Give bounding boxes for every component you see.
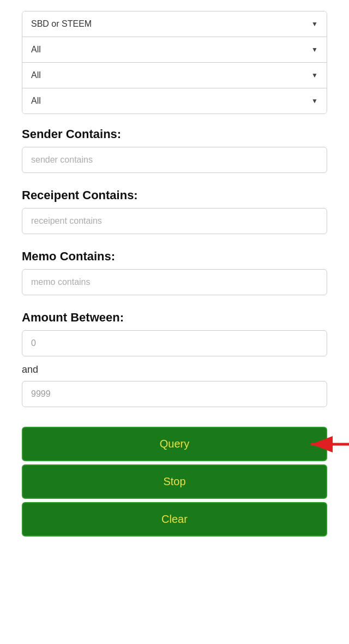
buttons-section: Query Stop Clear <box>22 427 327 536</box>
recipient-input[interactable] <box>22 208 327 234</box>
amount-max-input[interactable] <box>22 381 327 407</box>
sender-section: Sender Contains: <box>22 127 327 175</box>
amount-section: Amount Between: and <box>22 311 327 409</box>
dropdowns-container: SBD or STEEM ▼ All ▼ All ▼ All ▼ <box>22 11 327 114</box>
filter2-dropdown-arrow: ▼ <box>311 71 318 79</box>
filter1-dropdown-arrow: ▼ <box>311 46 318 53</box>
memo-section: Memo Contains: <box>22 249 327 297</box>
filter3-dropdown-arrow: ▼ <box>311 97 318 105</box>
filter1-dropdown-value: All <box>31 45 41 55</box>
amount-label: Amount Between: <box>22 311 327 325</box>
recipient-section: Receipent Contains: <box>22 188 327 236</box>
stop-button[interactable]: Stop <box>22 464 327 499</box>
and-label: and <box>22 364 327 375</box>
filter1-dropdown[interactable]: All ▼ <box>22 37 327 63</box>
query-button[interactable]: Query <box>22 427 327 461</box>
filter3-dropdown-value: All <box>31 96 41 106</box>
currency-dropdown-value: SBD or STEEM <box>31 19 92 29</box>
currency-dropdown[interactable]: SBD or STEEM ▼ <box>22 11 327 37</box>
memo-label: Memo Contains: <box>22 249 327 264</box>
query-wrapper: Query <box>22 427 327 461</box>
filter2-dropdown-value: All <box>31 70 41 80</box>
memo-input[interactable] <box>22 269 327 295</box>
amount-min-input[interactable] <box>22 330 327 356</box>
red-arrow-indicator <box>305 431 349 458</box>
sender-input[interactable] <box>22 147 327 173</box>
filter2-dropdown[interactable]: All ▼ <box>22 63 327 88</box>
recipient-label: Receipent Contains: <box>22 188 327 202</box>
filter3-dropdown[interactable]: All ▼ <box>22 88 327 114</box>
currency-dropdown-arrow: ▼ <box>311 20 318 28</box>
sender-label: Sender Contains: <box>22 127 327 141</box>
clear-button[interactable]: Clear <box>22 502 327 536</box>
